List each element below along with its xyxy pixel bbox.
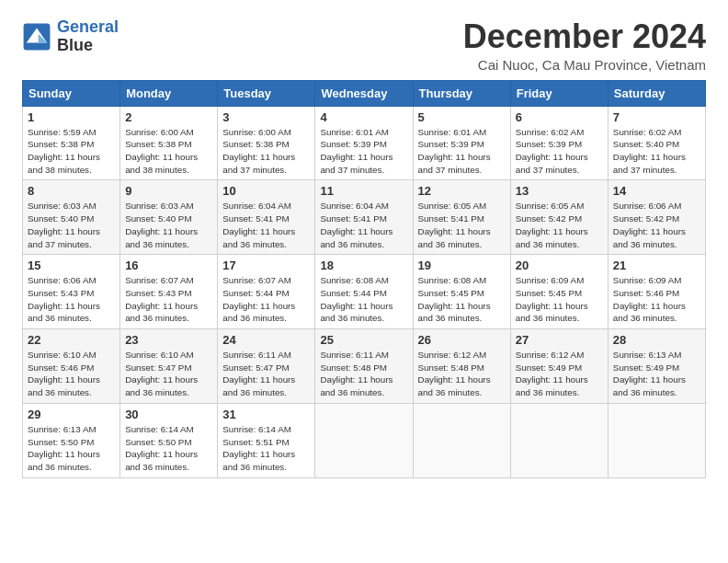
calendar-cell: 12 Sunrise: 6:05 AM Sunset: 5:41 PM Dayl… [413, 180, 510, 255]
day-info: Sunrise: 6:11 AM Sunset: 5:47 PM Dayligh… [222, 349, 310, 399]
logo-line1: General [57, 18, 119, 37]
sunset-text: Sunset: 5:48 PM [418, 362, 484, 373]
day-number: 28 [613, 333, 700, 347]
calendar-cell: 21 Sunrise: 6:09 AM Sunset: 5:46 PM Dayl… [608, 255, 705, 329]
calendar-week-5: 29 Sunrise: 6:13 AM Sunset: 5:50 PM Dayl… [23, 403, 706, 477]
day-info: Sunrise: 6:05 AM Sunset: 5:42 PM Dayligh… [516, 200, 603, 250]
daylight-text: Daylight: 11 hours and 36 minutes. [125, 301, 198, 324]
calendar-cell: 16 Sunrise: 6:07 AM Sunset: 5:43 PM Dayl… [120, 255, 218, 329]
daylight-text: Daylight: 11 hours and 38 minutes. [125, 152, 198, 175]
sunset-text: Sunset: 5:40 PM [125, 213, 191, 224]
daylight-text: Daylight: 11 hours and 36 minutes. [125, 449, 198, 472]
daylight-text: Daylight: 11 hours and 36 minutes. [613, 301, 686, 324]
calendar-cell: 29 Sunrise: 6:13 AM Sunset: 5:50 PM Dayl… [23, 403, 120, 477]
day-number: 3 [222, 110, 310, 124]
day-info: Sunrise: 6:13 AM Sunset: 5:49 PM Dayligh… [613, 349, 700, 399]
sunset-text: Sunset: 5:39 PM [418, 139, 484, 149]
day-number: 18 [320, 259, 407, 272]
sunset-text: Sunset: 5:41 PM [320, 213, 386, 224]
sunrise-text: Sunrise: 6:02 AM [516, 127, 585, 137]
calendar-cell: 14 Sunrise: 6:06 AM Sunset: 5:42 PM Dayl… [608, 180, 705, 255]
daylight-text: Daylight: 11 hours and 36 minutes. [125, 374, 198, 397]
daylight-text: Daylight: 11 hours and 37 minutes. [320, 152, 392, 175]
day-info: Sunrise: 6:07 AM Sunset: 5:44 PM Dayligh… [222, 274, 310, 325]
day-info: Sunrise: 6:04 AM Sunset: 5:41 PM Dayligh… [222, 200, 310, 250]
day-info: Sunrise: 6:01 AM Sunset: 5:39 PM Dayligh… [418, 126, 506, 177]
day-number: 4 [320, 110, 407, 124]
sunset-text: Sunset: 5:48 PM [320, 362, 386, 373]
sunrise-text: Sunrise: 6:00 AM [222, 127, 291, 137]
daylight-text: Daylight: 11 hours and 37 minutes. [28, 226, 100, 249]
calendar-header-sunday: Sunday [23, 80, 120, 106]
calendar-header-wednesday: Wednesday [315, 80, 413, 106]
calendar-cell: 20 Sunrise: 6:09 AM Sunset: 5:45 PM Dayl… [510, 255, 608, 329]
calendar-cell: 25 Sunrise: 6:11 AM Sunset: 5:48 PM Dayl… [315, 329, 413, 404]
day-info: Sunrise: 6:08 AM Sunset: 5:45 PM Dayligh… [418, 274, 506, 325]
calendar-cell: 7 Sunrise: 6:02 AM Sunset: 5:40 PM Dayli… [608, 106, 705, 180]
calendar-cell: 19 Sunrise: 6:08 AM Sunset: 5:45 PM Dayl… [413, 255, 510, 329]
daylight-text: Daylight: 11 hours and 36 minutes. [516, 301, 588, 324]
day-number: 13 [516, 184, 603, 198]
sunrise-text: Sunrise: 6:06 AM [28, 275, 97, 285]
logo-line2: Blue [57, 37, 119, 55]
calendar-cell: 30 Sunrise: 6:14 AM Sunset: 5:50 PM Dayl… [120, 403, 218, 477]
day-info: Sunrise: 6:06 AM Sunset: 5:43 PM Dayligh… [28, 274, 115, 325]
daylight-text: Daylight: 11 hours and 36 minutes. [222, 449, 295, 472]
day-number: 15 [28, 259, 115, 272]
calendar-cell: 13 Sunrise: 6:05 AM Sunset: 5:42 PM Dayl… [510, 180, 608, 255]
sunset-text: Sunset: 5:43 PM [125, 288, 191, 298]
sunset-text: Sunset: 5:47 PM [125, 362, 191, 373]
day-number: 14 [613, 184, 700, 198]
daylight-text: Daylight: 11 hours and 36 minutes. [28, 374, 100, 397]
day-number: 5 [418, 110, 506, 124]
day-number: 9 [125, 184, 212, 198]
day-info: Sunrise: 6:14 AM Sunset: 5:51 PM Dayligh… [222, 423, 310, 474]
sunrise-text: Sunrise: 6:07 AM [125, 275, 194, 285]
daylight-text: Daylight: 11 hours and 36 minutes. [516, 374, 588, 397]
day-info: Sunrise: 6:12 AM Sunset: 5:49 PM Dayligh… [516, 349, 603, 399]
sunset-text: Sunset: 5:49 PM [516, 362, 582, 373]
sunrise-text: Sunrise: 6:05 AM [516, 201, 585, 211]
sunset-text: Sunset: 5:43 PM [28, 288, 94, 298]
day-number: 20 [516, 259, 603, 272]
sunset-text: Sunset: 5:40 PM [613, 139, 679, 149]
sunset-text: Sunset: 5:39 PM [516, 139, 582, 149]
daylight-text: Daylight: 11 hours and 36 minutes. [516, 226, 588, 249]
daylight-text: Daylight: 11 hours and 37 minutes. [613, 152, 686, 175]
sunrise-text: Sunrise: 6:01 AM [320, 127, 389, 137]
day-info: Sunrise: 6:04 AM Sunset: 5:41 PM Dayligh… [320, 200, 407, 250]
logo-icon [22, 22, 51, 52]
day-number: 17 [222, 259, 310, 272]
daylight-text: Daylight: 11 hours and 38 minutes. [28, 152, 100, 175]
daylight-text: Daylight: 11 hours and 36 minutes. [28, 301, 100, 324]
calendar-cell: 10 Sunrise: 6:04 AM Sunset: 5:41 PM Dayl… [218, 180, 315, 255]
day-number: 8 [28, 184, 115, 198]
sunrise-text: Sunrise: 6:08 AM [418, 275, 487, 285]
sunrise-text: Sunrise: 6:03 AM [125, 201, 194, 211]
calendar-cell: 23 Sunrise: 6:10 AM Sunset: 5:47 PM Dayl… [120, 329, 218, 404]
sunrise-text: Sunrise: 6:07 AM [222, 275, 291, 285]
sunrise-text: Sunrise: 6:03 AM [28, 201, 97, 211]
sunset-text: Sunset: 5:44 PM [320, 288, 386, 298]
day-number: 24 [222, 333, 310, 347]
day-number: 12 [418, 184, 506, 198]
daylight-text: Daylight: 11 hours and 36 minutes. [222, 301, 295, 324]
daylight-text: Daylight: 11 hours and 37 minutes. [418, 152, 491, 175]
sunset-text: Sunset: 5:46 PM [613, 288, 679, 298]
calendar-cell [608, 403, 705, 477]
sunrise-text: Sunrise: 6:14 AM [222, 424, 291, 434]
sunrise-text: Sunrise: 6:06 AM [613, 201, 682, 211]
sunrise-text: Sunrise: 6:09 AM [613, 275, 682, 285]
day-number: 27 [516, 333, 603, 347]
day-info: Sunrise: 6:03 AM Sunset: 5:40 PM Dayligh… [28, 200, 115, 250]
calendar-cell: 5 Sunrise: 6:01 AM Sunset: 5:39 PM Dayli… [413, 106, 510, 180]
day-info: Sunrise: 6:05 AM Sunset: 5:41 PM Dayligh… [418, 200, 506, 250]
sunset-text: Sunset: 5:46 PM [28, 362, 94, 373]
sunrise-text: Sunrise: 6:14 AM [125, 424, 194, 434]
daylight-text: Daylight: 11 hours and 36 minutes. [320, 226, 392, 249]
calendar-cell: 31 Sunrise: 6:14 AM Sunset: 5:51 PM Dayl… [218, 403, 315, 477]
calendar-cell: 27 Sunrise: 6:12 AM Sunset: 5:49 PM Dayl… [510, 329, 608, 404]
sunset-text: Sunset: 5:51 PM [222, 437, 289, 447]
day-info: Sunrise: 6:11 AM Sunset: 5:48 PM Dayligh… [320, 349, 407, 399]
daylight-text: Daylight: 11 hours and 36 minutes. [28, 449, 100, 472]
